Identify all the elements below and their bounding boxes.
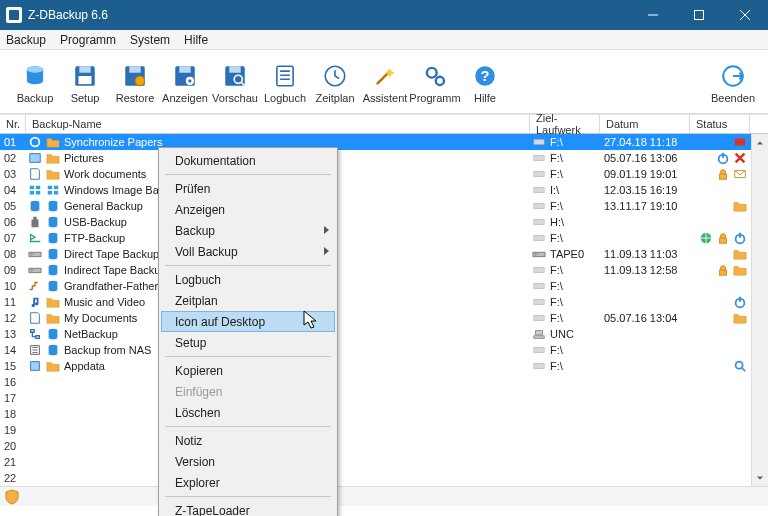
menu-item[interactable]: Explorer [161, 472, 335, 493]
menu-backup[interactable]: Backup [6, 33, 46, 47]
menu-item[interactable]: Logbuch [161, 269, 335, 290]
table-row[interactable]: 19 [0, 422, 751, 438]
scroll-up-icon[interactable] [752, 134, 768, 151]
row-kind-icon [44, 151, 62, 165]
menu-item[interactable]: Backup [161, 220, 335, 241]
menu-item[interactable]: Version [161, 451, 335, 472]
toolbar-logbuch[interactable]: Logbuch [260, 62, 310, 104]
close-button[interactable] [722, 0, 768, 30]
col-nr[interactable]: Nr. [0, 115, 26, 133]
scroll-down-icon[interactable] [752, 469, 768, 486]
row-drive-icon [530, 231, 548, 245]
menu-item[interactable]: Dokumentation [161, 150, 335, 171]
table-row[interactable]: 21 [0, 454, 751, 470]
table-row[interactable]: 18 [0, 406, 751, 422]
row-nr: 12 [0, 312, 26, 324]
clock-icon [321, 62, 349, 90]
col-drive[interactable]: Ziel-Laufwerk [530, 115, 600, 133]
table-row[interactable]: 02PicturesF:\05.07.16 13:06 [0, 150, 751, 166]
app-icon [6, 7, 22, 23]
menu-item[interactable]: Löschen [161, 402, 335, 423]
row-nr: 22 [0, 472, 26, 484]
maximize-button[interactable] [676, 0, 722, 30]
row-drive-icon [530, 151, 548, 165]
row-nr: 13 [0, 328, 26, 340]
menu-hilfe[interactable]: Hilfe [184, 33, 208, 47]
row-type-icon [26, 279, 44, 293]
table-row[interactable]: 09Indirect Tape BackupF:\11.09.13 12:58 [0, 262, 751, 278]
toolbar-anzeigen[interactable]: Anzeigen [160, 62, 210, 104]
toolbar-beenden[interactable]: Beenden [708, 62, 758, 104]
table-row[interactable]: 16 [0, 374, 751, 390]
row-kind-icon [44, 247, 62, 261]
menu-item[interactable]: Icon auf Desktop [161, 311, 335, 332]
row-status [690, 231, 751, 245]
table-row[interactable]: 04Windows Image BackupI:\12.03.15 16:19 [0, 182, 751, 198]
menu-item[interactable]: Voll Backup [161, 241, 335, 262]
row-date: 05.07.16 13:06 [600, 152, 690, 164]
row-type-icon [26, 295, 44, 309]
minimize-button[interactable] [630, 0, 676, 30]
menu-system[interactable]: System [130, 33, 170, 47]
row-kind-icon [44, 215, 62, 229]
row-kind-icon [44, 231, 62, 245]
menu-item[interactable]: Setup [161, 332, 335, 353]
row-drive-icon [530, 279, 548, 293]
table-row[interactable]: 14Backup from NASF:\ [0, 342, 751, 358]
toolbar-restore[interactable]: Restore [110, 62, 160, 104]
toolbar-assistent[interactable]: Assistent [360, 62, 410, 104]
table-row[interactable]: 10Grandfather-Father-SonF:\ [0, 278, 751, 294]
menu-programm[interactable]: Programm [60, 33, 116, 47]
svg-point-2 [27, 66, 43, 73]
toolbar-hilfe[interactable]: ?Hilfe [460, 62, 510, 104]
row-type-icon [26, 167, 44, 181]
vertical-scrollbar[interactable] [751, 134, 768, 486]
row-drive: F:\ [548, 152, 600, 164]
context-menu[interactable]: DokumentationPrüfenAnzeigenBackupVoll Ba… [158, 147, 338, 516]
table-row[interactable]: 06USB-BackupH:\ [0, 214, 751, 230]
row-drive: I:\ [548, 184, 600, 196]
table-row[interactable]: 12My DocumentsF:\05.07.16 13:04 [0, 310, 751, 326]
row-nr: 06 [0, 216, 26, 228]
col-date[interactable]: Datum [600, 115, 690, 133]
row-drive: H:\ [548, 216, 600, 228]
row-type-icon [26, 151, 44, 165]
grid-body: 01Synchronize PapersF:\27.04.18 11:1802P… [0, 134, 768, 486]
menu-item[interactable]: Prüfen [161, 178, 335, 199]
table-row[interactable]: 11Music and VideoF:\ [0, 294, 751, 310]
table-row[interactable]: 13NetBackupUNC [0, 326, 751, 342]
row-date: 27.04.18 11:18 [600, 136, 690, 148]
menu-item[interactable]: Kopieren [161, 360, 335, 381]
menu-item[interactable]: Anzeigen [161, 199, 335, 220]
table-row[interactable]: 05General BackupF:\13.11.17 19:10 [0, 198, 751, 214]
table-row[interactable]: 03Work documentsF:\09.01.19 19:01 [0, 166, 751, 182]
search-icon [733, 359, 747, 373]
row-nr: 15 [0, 360, 26, 372]
menu-item[interactable]: Z-TapeLoader [161, 500, 335, 516]
toolbar-zeitplan[interactable]: Zeitplan [310, 62, 360, 104]
table-row[interactable]: 08Direct Tape BackupTAPE011.09.13 11:03 [0, 246, 751, 262]
row-drive-icon [530, 167, 548, 181]
menu-item[interactable]: Zeitplan [161, 290, 335, 311]
table-row[interactable]: 07FTP-BackupF:\ [0, 230, 751, 246]
menu-item[interactable]: Notiz [161, 430, 335, 451]
toolbar-backup[interactable]: Backup [10, 62, 60, 104]
svg-point-27 [736, 362, 743, 369]
toolbar-vorschau[interactable]: Vorschau [210, 62, 260, 104]
col-status[interactable]: Status [690, 115, 750, 133]
statusbar [0, 486, 768, 506]
row-type-icon [26, 263, 44, 277]
toolbar-programm[interactable]: Programm [410, 62, 460, 104]
table-row[interactable]: 17 [0, 390, 751, 406]
lock-icon [716, 263, 730, 277]
table-row[interactable]: 20 [0, 438, 751, 454]
scroll-track[interactable] [752, 151, 768, 469]
toolbar-setup[interactable]: Setup [60, 62, 110, 104]
svg-rect-0 [695, 11, 704, 20]
row-drive-icon [530, 247, 548, 261]
col-name[interactable]: Backup-Name [26, 115, 530, 133]
table-row[interactable]: 01Synchronize PapersF:\27.04.18 11:18 [0, 134, 751, 150]
table-row[interactable]: 22 [0, 470, 751, 486]
power-icon [733, 231, 747, 245]
table-row[interactable]: 15AppdataF:\ [0, 358, 751, 374]
